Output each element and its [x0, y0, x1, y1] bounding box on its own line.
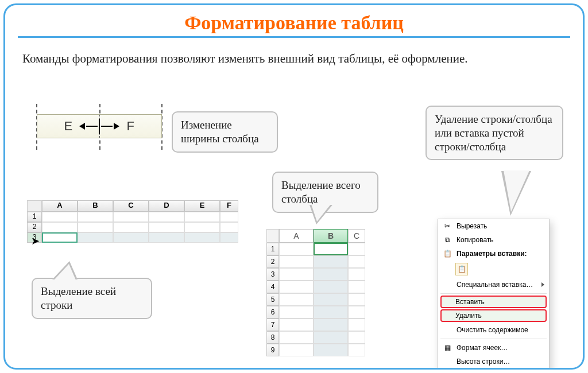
- menu-label: Вставить: [455, 298, 485, 306]
- context-menu: ✂ Вырезать ⧉ Копировать 📋 Параметры вста…: [438, 219, 550, 370]
- grid1-col-a: A: [42, 200, 78, 212]
- grid2-header-row: A B C: [266, 229, 365, 243]
- callout-tail-fill: [54, 264, 76, 280]
- menu-item-paste-special[interactable]: Специальная вставка…: [438, 278, 549, 292]
- menu-item-hide[interactable]: Скрыть: [438, 368, 549, 370]
- grid2-rh: 2: [266, 255, 279, 268]
- grid2-rh: 9: [266, 344, 279, 356]
- menu-item-format-cells[interactable]: ▦ Формат ячеек…: [438, 341, 549, 355]
- clipboard-icon: 📋: [443, 249, 452, 258]
- grid1-row-h2: 2: [27, 222, 42, 232]
- menu-label: Удалить: [455, 312, 482, 320]
- menu-item-paste-options[interactable]: 📋 Параметры вставки:: [438, 247, 549, 261]
- menu-item-delete[interactable]: Удалить: [440, 309, 547, 322]
- grid2-rh: 7: [266, 318, 279, 331]
- grid1-col-c: C: [113, 200, 149, 212]
- blank-icon: [443, 357, 452, 366]
- callout-delete-insert: Удаление строки/столбца или вставка пуст…: [425, 106, 563, 160]
- grid1-row-selected: 3: [27, 232, 257, 243]
- menu-item-clear[interactable]: Очистить содержимое: [438, 323, 549, 337]
- callout-row-sel: Выделение всей строки: [32, 278, 152, 319]
- grid-col-selection: A B C 1 2 3 4 5 6 7 8 9: [266, 229, 365, 356]
- blank-icon: [443, 280, 452, 289]
- menu-item-row-height[interactable]: Высота строки…: [438, 355, 549, 368]
- grid1-corner: [27, 200, 42, 212]
- grid2-col-a: A: [279, 229, 314, 243]
- cursor-icon: ➤: [31, 235, 40, 247]
- menu-label: Формат ячеек…: [457, 344, 508, 352]
- page-title: Форматирование таблиц: [18, 12, 570, 34]
- callout-tail-fill: [504, 170, 529, 212]
- blank-icon: [443, 325, 452, 335]
- grid2-col-b: B: [314, 229, 348, 243]
- grid2-rh: 4: [266, 281, 279, 293]
- menu-item-paste-icon[interactable]: 📋: [438, 261, 549, 278]
- grid1-row-h1: 1: [27, 212, 42, 222]
- menu-label: Высота строки…: [457, 358, 510, 366]
- menu-label: Очистить содержимое: [457, 326, 528, 334]
- grid1-row: 1: [27, 212, 257, 222]
- grid1-col-d: D: [149, 200, 184, 212]
- menu-separator: [440, 293, 547, 294]
- menu-label: Копировать: [457, 236, 494, 244]
- menu-label: Параметры вставки:: [457, 250, 527, 258]
- slide-frame: Форматирование таблиц Команды форматиров…: [3, 3, 585, 370]
- menu-item-insert[interactable]: Вставить: [440, 296, 547, 308]
- grid1-col-b: B: [78, 200, 113, 212]
- grid1-col-e: E: [184, 200, 220, 212]
- menu-item-cut[interactable]: ✂ Вырезать: [438, 219, 549, 233]
- paste-icon: 📋: [455, 263, 468, 275]
- format-icon: ▦: [443, 343, 452, 352]
- column-resize-illustration: E F: [37, 114, 162, 138]
- menu-label: Специальная вставка…: [457, 281, 533, 289]
- grid2-col-c: C: [348, 229, 365, 243]
- grid2-corner: [266, 229, 279, 243]
- grid2-rh: 3: [266, 268, 279, 281]
- column-headers: E F: [37, 114, 162, 138]
- grid-row-selection: A B C D E F 1 2 3: [27, 200, 257, 243]
- grid1-header-row: A B C D E F: [27, 200, 257, 212]
- grid2-rh: 8: [266, 331, 279, 344]
- grid2-rh: 1: [266, 243, 279, 255]
- scissors-icon: ✂: [443, 222, 452, 231]
- callout-tail-fill: [311, 204, 331, 222]
- title-rule: [18, 36, 570, 38]
- menu-label: Вырезать: [457, 222, 487, 230]
- grid1-row: 2: [27, 222, 257, 232]
- grid2-rh: 6: [266, 306, 279, 318]
- callout-resize: Изменение ширины столбца: [172, 111, 278, 153]
- resize-cursor-icon: [79, 119, 119, 134]
- menu-separator: [440, 339, 547, 339]
- grid2-rh: 5: [266, 293, 279, 306]
- grid1-col-f: F: [220, 200, 238, 212]
- menu-item-copy[interactable]: ⧉ Копировать: [438, 233, 549, 247]
- intro-text: Команды форматирования позволяют изменят…: [22, 50, 566, 67]
- copy-icon: ⧉: [443, 235, 452, 244]
